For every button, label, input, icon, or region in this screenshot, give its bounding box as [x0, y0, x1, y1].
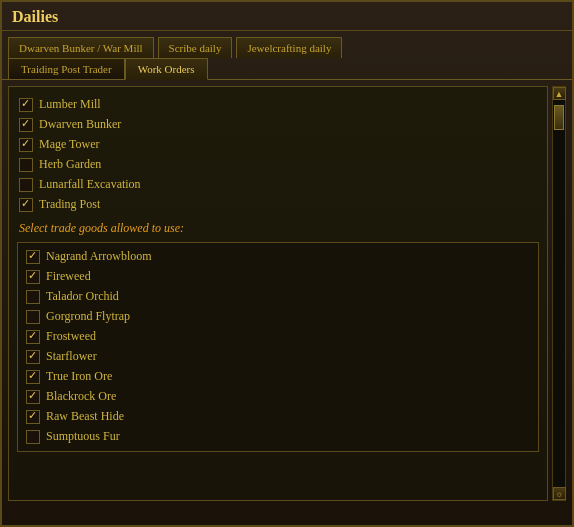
checkbox-blackrock-ore[interactable]: [26, 390, 40, 404]
tab-work-orders[interactable]: Work Orders: [125, 58, 208, 80]
label-dwarven-bunker: Dwarven Bunker: [39, 117, 121, 132]
tab-row-1: Dwarven Bunker / War Mill Scribe daily J…: [2, 31, 572, 58]
checkbox-starflower[interactable]: [26, 350, 40, 364]
label-true-iron-ore: True Iron Ore: [46, 369, 112, 384]
scrollbar: ▲ ☼: [552, 86, 566, 501]
label-trading-post: Trading Post: [39, 197, 100, 212]
label-nagrand-arrowbloom: Nagrand Arrowbloom: [46, 249, 152, 264]
label-sumptuous-fur: Sumptuous Fur: [46, 429, 120, 444]
list-item: Fireweed: [22, 267, 534, 286]
label-mage-tower: Mage Tower: [39, 137, 100, 152]
tab-row-2: Traiding Post Trader Work Orders: [2, 58, 572, 80]
checkbox-mage-tower[interactable]: [19, 138, 33, 152]
checkbox-dwarven-bunker[interactable]: [19, 118, 33, 132]
list-item: Blackrock Ore: [22, 387, 534, 406]
checkbox-gorgrond-flytrap[interactable]: [26, 310, 40, 324]
list-item: Herb Garden: [15, 155, 541, 174]
list-item: Raw Beast Hide: [22, 407, 534, 426]
tab-jewelcrafting-daily[interactable]: Jewelcrafting daily: [236, 37, 342, 58]
list-item: Frostweed: [22, 327, 534, 346]
list-item: Lumber Mill: [15, 95, 541, 114]
trade-goods-box: Nagrand Arrowbloom Fireweed Talador Orch…: [17, 242, 539, 452]
list-item: Talador Orchid: [22, 287, 534, 306]
tab-dwarven-bunker[interactable]: Dwarven Bunker / War Mill: [8, 37, 154, 58]
checkbox-fireweed[interactable]: [26, 270, 40, 284]
label-lumber-mill: Lumber Mill: [39, 97, 101, 112]
label-gorgrond-flytrap: Gorgrond Flytrap: [46, 309, 130, 324]
trade-goods-label: Select trade goods allowed to use:: [15, 215, 541, 240]
content-area: Lumber Mill Dwarven Bunker Mage Tower He…: [2, 80, 572, 507]
list-item: Dwarven Bunker: [15, 115, 541, 134]
checkbox-trading-post[interactable]: [19, 198, 33, 212]
main-window: Dailies Dwarven Bunker / War Mill Scribe…: [0, 0, 574, 527]
label-raw-beast-hide: Raw Beast Hide: [46, 409, 124, 424]
scroll-content: Lumber Mill Dwarven Bunker Mage Tower He…: [9, 87, 547, 500]
tab-trading-post-trader[interactable]: Traiding Post Trader: [8, 58, 125, 79]
label-herb-garden: Herb Garden: [39, 157, 101, 172]
list-item: Nagrand Arrowbloom: [22, 247, 534, 266]
list-item: Sumptuous Fur: [22, 427, 534, 446]
scroll-track: [553, 100, 565, 487]
tab-scribe-daily[interactable]: Scribe daily: [158, 37, 233, 58]
label-frostweed: Frostweed: [46, 329, 96, 344]
list-item: Lunarfall Excavation: [15, 175, 541, 194]
scroll-handle[interactable]: [554, 105, 564, 130]
checkbox-lumber-mill[interactable]: [19, 98, 33, 112]
checkbox-raw-beast-hide[interactable]: [26, 410, 40, 424]
window-title: Dailies: [12, 8, 562, 26]
checkbox-nagrand-arrowbloom[interactable]: [26, 250, 40, 264]
list-item: Mage Tower: [15, 135, 541, 154]
checkbox-talador-orchid[interactable]: [26, 290, 40, 304]
checkbox-herb-garden[interactable]: [19, 158, 33, 172]
list-item: True Iron Ore: [22, 367, 534, 386]
checkbox-true-iron-ore[interactable]: [26, 370, 40, 384]
list-item: Gorgrond Flytrap: [22, 307, 534, 326]
label-starflower: Starflower: [46, 349, 97, 364]
checkbox-sumptuous-fur[interactable]: [26, 430, 40, 444]
title-bar: Dailies: [2, 2, 572, 31]
list-item: Starflower: [22, 347, 534, 366]
main-panel: Lumber Mill Dwarven Bunker Mage Tower He…: [8, 86, 548, 501]
scroll-down-button[interactable]: ☼: [553, 487, 566, 500]
label-lunarfall-excavation: Lunarfall Excavation: [39, 177, 141, 192]
label-talador-orchid: Talador Orchid: [46, 289, 119, 304]
scroll-up-button[interactable]: ▲: [553, 87, 566, 100]
checkbox-frostweed[interactable]: [26, 330, 40, 344]
list-item: Trading Post: [15, 195, 541, 214]
label-fireweed: Fireweed: [46, 269, 91, 284]
checkbox-lunarfall-excavation[interactable]: [19, 178, 33, 192]
label-blackrock-ore: Blackrock Ore: [46, 389, 116, 404]
